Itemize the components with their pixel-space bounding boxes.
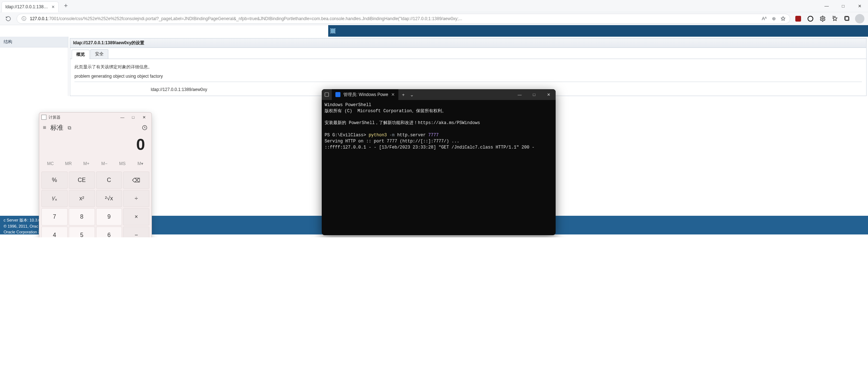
tab-close-icon[interactable]: ✕	[51, 5, 55, 9]
new-tab-button[interactable]: +	[61, 1, 71, 11]
field-value: ldap://127.0.0.1:1389/aew0xy	[151, 87, 207, 92]
browser-tab[interactable]: ldap://127.0.0.1:1389/aew0xy的设 ✕	[1, 1, 59, 12]
profile-avatar[interactable]	[855, 14, 864, 23]
favorite-icon[interactable]	[780, 15, 786, 22]
term-line: ::ffff:127.0.0.1 - - [13/Feb/2023 23:33:…	[325, 145, 534, 150]
favorites-icon[interactable]	[831, 14, 839, 23]
calc-mc[interactable]: MC	[41, 157, 59, 170]
calculator-keypad: % CE C ⌫ ¹⁄ₓ x² ²√x ÷ 7 8 9 × 4 5 6 − 1 …	[39, 170, 152, 237]
term-prompt: PS G:\EvilClass>	[325, 133, 369, 138]
calc-sqrt[interactable]: ²√x	[96, 190, 122, 207]
browser-window: ldap://127.0.0.1:1389/aew0xy的设 ✕ + — □ ✕…	[0, 0, 868, 237]
site-info-icon[interactable]: ⓘ	[21, 15, 27, 22]
sidebar-header: 结构	[0, 37, 68, 47]
terminal-tab[interactable]: 管理员: Windows Powe ✕	[332, 89, 398, 100]
zoom-icon[interactable]: ⊕	[770, 15, 777, 22]
calculator-maximize[interactable]: □	[128, 113, 139, 122]
calculator-display: 0	[39, 133, 152, 157]
terminal-close[interactable]: ✕	[541, 89, 556, 100]
svg-rect-4	[325, 93, 329, 97]
url-text: 127.0.0.1:7001/console/css/%252e%252e%25…	[30, 16, 758, 21]
terminal-window-controls: — □ ✕	[512, 89, 556, 100]
calc-div[interactable]: ÷	[123, 190, 149, 207]
terminal-dropdown-icon[interactable]: ⌄	[408, 92, 416, 97]
calc-mminus[interactable]: M−	[95, 157, 113, 170]
terminal-new-tab[interactable]: +	[398, 92, 408, 97]
calculator-header: ≡ 标准 ⧉	[39, 122, 152, 133]
reader-mode-icon[interactable]: Aᴬ	[761, 15, 768, 22]
sidebar: 结构	[0, 37, 68, 96]
panel-tabs: 概览 安全	[70, 48, 866, 59]
calc-6[interactable]: 6	[96, 227, 122, 237]
calculator-mode-label: 标准	[50, 123, 63, 132]
calculator-minimize[interactable]: —	[117, 113, 128, 122]
calculator-ontop-icon[interactable]: ⧉	[68, 125, 71, 131]
collections-icon[interactable]	[843, 14, 851, 23]
extension-icons	[794, 14, 864, 23]
url-field[interactable]: ⓘ 127.0.0.1:7001/console/css/%252e%252e%…	[17, 14, 790, 24]
calc-5[interactable]: 5	[69, 227, 95, 237]
settings-panel: ldap://127.0.0.1:1389/aew0xy的设置 概览 安全 此页…	[70, 38, 867, 96]
main-panel: ldap://127.0.0.1:1389/aew0xy的设置 概览 安全 此页…	[68, 37, 868, 96]
calc-ce[interactable]: CE	[69, 172, 95, 189]
calculator-app-icon	[41, 115, 46, 120]
broken-image-icon	[330, 28, 335, 33]
calculator-titlebar[interactable]: 计算器 — □ ✕	[39, 113, 152, 122]
svg-point-0	[822, 18, 824, 19]
calculator-memory-row: MC MR M+ M− MS M▾	[39, 157, 152, 170]
field-label	[74, 87, 146, 92]
calc-minus[interactable]: −	[123, 227, 149, 237]
calculator-close[interactable]: ✕	[139, 113, 149, 122]
close-button[interactable]: ✕	[851, 0, 868, 12]
error-text: problem generating object using object f…	[74, 74, 862, 79]
calculator-window-controls: — □ ✕	[117, 113, 149, 122]
tab-overview[interactable]: 概览	[72, 50, 90, 59]
terminal-titlebar[interactable]: 管理员: Windows Powe ✕ + ⌄ — □ ✕	[322, 89, 556, 100]
reload-button[interactable]	[4, 14, 13, 23]
calculator-menu-icon[interactable]: ≡	[43, 124, 46, 131]
calc-ms[interactable]: MS	[113, 157, 131, 170]
calc-backspace[interactable]: ⌫	[123, 172, 149, 189]
panel-title: ldap://127.0.0.1:1389/aew0xy的设置	[70, 38, 866, 48]
calc-inv[interactable]: ¹⁄ₓ	[41, 190, 68, 207]
calc-mdropdown[interactable]: M▾	[131, 157, 149, 170]
address-bar: ⓘ 127.0.0.1:7001/console/css/%252e%252e%…	[0, 12, 868, 25]
minimize-button[interactable]: —	[818, 0, 835, 12]
tab-strip: ldap://127.0.0.1:1389/aew0xy的设 ✕ + — □ ✕	[0, 0, 868, 12]
terminal-minimize[interactable]: —	[512, 89, 527, 100]
info-text-1: 此页显示了有关该绑定对象的详细信息。	[74, 64, 862, 70]
extension-circle-icon[interactable]	[806, 14, 815, 23]
term-line: Windows PowerShell	[325, 102, 371, 108]
term-args: http.server	[394, 133, 428, 138]
console-top-bar	[328, 25, 868, 37]
calc-4[interactable]: 4	[41, 227, 68, 237]
calc-8[interactable]: 8	[69, 208, 95, 225]
calc-c[interactable]: C	[96, 172, 122, 189]
term-opt: -m	[389, 133, 394, 138]
calculator-title: 计算器	[49, 115, 60, 120]
window-controls: — □ ✕	[818, 0, 868, 12]
terminal-maximize[interactable]: □	[527, 89, 541, 100]
term-line: 安装最新的 PowerShell，了解新功能和改进！https://aka.ms…	[325, 120, 480, 126]
calc-9[interactable]: 9	[96, 208, 122, 225]
term-cmd: python3	[369, 133, 389, 138]
calc-percent[interactable]: %	[41, 172, 68, 189]
calc-mplus[interactable]: M+	[77, 157, 95, 170]
divider	[74, 82, 862, 82]
calc-mul[interactable]: ×	[123, 208, 149, 225]
extension-gear-icon[interactable]	[818, 14, 827, 23]
maximize-button[interactable]: □	[835, 0, 851, 12]
terminal-body[interactable]: Windows PowerShell 版权所有 (C) Microsoft Co…	[322, 100, 556, 152]
calc-sq[interactable]: x²	[69, 190, 95, 207]
calculator-history-icon[interactable]	[141, 124, 148, 131]
tab-security[interactable]: 安全	[90, 49, 108, 59]
page-content: 结构 ldap://127.0.0.1:1389/aew0xy的设置 概览 安全…	[0, 25, 868, 237]
terminal-app-icon	[322, 90, 332, 100]
calc-7[interactable]: 7	[41, 208, 68, 225]
calculator-window: 计算器 — □ ✕ ≡ 标准 ⧉ 0 MC MR	[39, 112, 152, 237]
ublock-icon[interactable]	[794, 14, 803, 23]
terminal-tab-close[interactable]: ✕	[391, 92, 395, 97]
calc-mr[interactable]: MR	[59, 157, 77, 170]
powershell-icon	[335, 92, 340, 97]
content-strip: 结构 ldap://127.0.0.1:1389/aew0xy的设置 概览 安全…	[0, 37, 868, 96]
